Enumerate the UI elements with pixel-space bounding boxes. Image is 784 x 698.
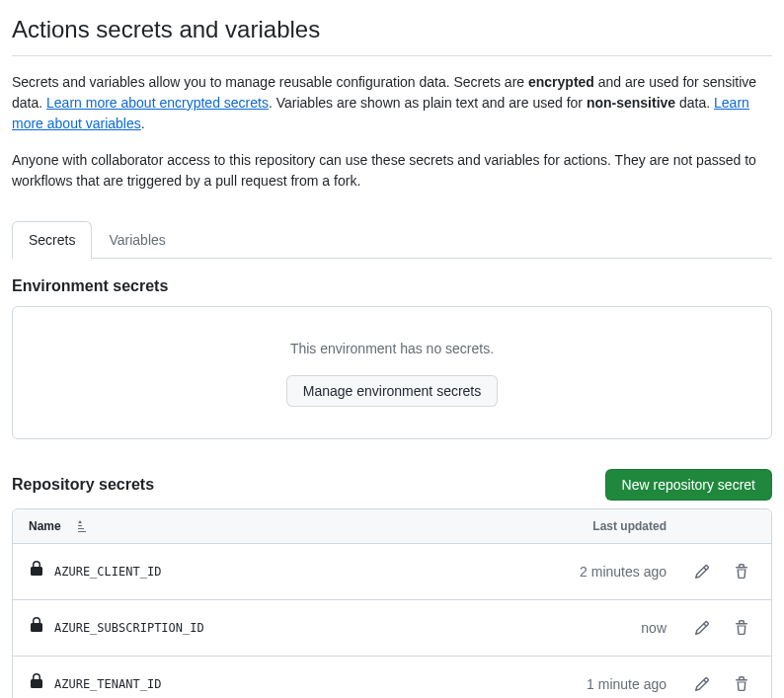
secret-updated: now	[528, 618, 666, 639]
edit-secret-button[interactable]	[688, 558, 716, 585]
tabs: Secrets Variables	[12, 221, 772, 259]
pencil-icon	[694, 676, 710, 692]
trash-icon	[734, 620, 749, 636]
pencil-icon	[694, 620, 710, 636]
sort-icon	[75, 518, 91, 534]
secret-name: AZURE_CLIENT_ID	[54, 563, 161, 581]
intro-text: Secrets and variables allow you to manag…	[12, 74, 528, 90]
repo-secrets-table: Name Last updated AZURE_CLIENT_ID 2 minu…	[12, 508, 772, 698]
page-title: Actions secrets and variables	[12, 12, 772, 56]
table-row: AZURE_SUBSCRIPTION_ID now	[13, 599, 771, 656]
lock-icon	[29, 617, 44, 639]
delete-secret-button[interactable]	[728, 614, 755, 642]
secret-updated: 2 minutes ago	[528, 562, 666, 582]
table-row: AZURE_TENANT_ID 1 minute ago	[13, 656, 771, 698]
trash-icon	[734, 564, 749, 580]
secret-name: AZURE_SUBSCRIPTION_ID	[54, 619, 204, 637]
lock-icon	[29, 561, 44, 582]
col-header-updated: Last updated	[528, 517, 666, 535]
trash-icon	[734, 676, 749, 692]
table-header: Name Last updated	[13, 509, 771, 544]
secret-name: AZURE_TENANT_ID	[54, 675, 161, 693]
intro-text: .	[141, 116, 145, 131]
env-secrets-title: Environment secrets	[12, 274, 772, 298]
col-header-name-label: Name	[29, 517, 61, 535]
intro-paragraph-2: Anyone with collaborator access to this …	[12, 150, 772, 192]
delete-secret-button[interactable]	[728, 558, 755, 585]
intro-text: . Variables are shown as plain text and …	[269, 95, 587, 111]
repo-secrets-title: Repository secrets	[12, 473, 154, 497]
delete-secret-button[interactable]	[728, 670, 755, 698]
env-secrets-empty-msg: This environment has no secrets.	[44, 339, 740, 359]
edit-secret-button[interactable]	[688, 614, 716, 642]
pencil-icon	[694, 564, 710, 580]
new-repo-secret-button[interactable]: New repository secret	[605, 469, 772, 501]
manage-env-secrets-button[interactable]: Manage environment secrets	[286, 375, 499, 407]
learn-secrets-link[interactable]: Learn more about encrypted secrets	[46, 95, 269, 111]
env-secrets-empty: This environment has no secrets. Manage …	[12, 306, 772, 439]
tab-secrets[interactable]: Secrets	[12, 221, 92, 259]
intro-bold-encrypted: encrypted	[528, 74, 594, 90]
secret-updated: 1 minute ago	[528, 674, 666, 695]
edit-secret-button[interactable]	[688, 670, 716, 698]
col-header-name[interactable]: Name	[29, 517, 528, 535]
intro-text: data.	[675, 95, 714, 111]
tab-variables[interactable]: Variables	[92, 221, 182, 259]
intro-paragraph-1: Secrets and variables allow you to manag…	[12, 72, 772, 134]
table-row: AZURE_CLIENT_ID 2 minutes ago	[13, 544, 771, 599]
intro-bold-nonsensitive: non-sensitive	[587, 95, 675, 111]
lock-icon	[29, 673, 44, 695]
